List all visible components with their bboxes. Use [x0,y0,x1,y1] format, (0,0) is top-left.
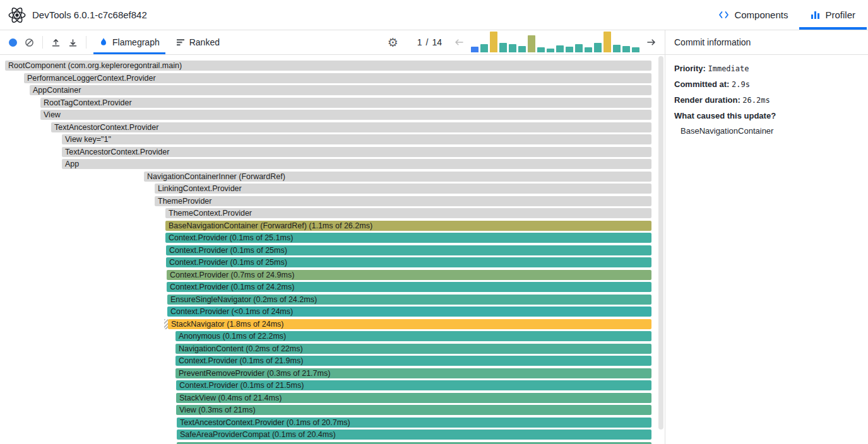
tab-ranked[interactable]: Ranked [168,30,228,54]
flame-bar[interactable]: Anonymous (0.1ms of 22.2ms) [175,331,651,341]
flame-bar[interactable]: View key="1" [62,134,651,144]
commit-bar[interactable] [575,44,583,52]
commit-bar[interactable] [528,35,535,52]
total-commit-count: 14 [432,37,442,47]
flame-bar[interactable]: RootTagContext.Provider [40,98,651,108]
toolbar-divider [42,36,43,49]
flame-bar[interactable]: TextAncestorContext.Provider [51,122,651,132]
field-value: 2.9s [732,80,750,89]
code-brackets-icon [718,11,729,19]
arrow-right-icon [646,37,657,47]
field-label: Committed at: [674,79,732,89]
flame-bar[interactable]: StackView (0.4ms of 21.4ms) [176,393,651,403]
flame-bar[interactable]: Context.Provider (0.1ms of 21.5ms) [176,380,651,390]
commit-bar[interactable] [537,47,545,52]
commit-bar[interactable] [603,32,611,52]
load-profile-button[interactable] [47,35,64,50]
app-title: DevTools 6.0.1-c7c68ef842 [32,9,147,20]
bar-chart-icon [811,11,820,20]
flame-bar[interactable]: View (0.3ms of 21ms) [176,405,651,415]
arrow-down-tray-icon [68,38,78,47]
update-cause-question: What caused this update? [674,111,859,120]
flame-bar[interactable]: Context.Provider (0.1ms of 21.9ms) [175,356,651,366]
commit-bar[interactable] [480,44,488,52]
flame-bar[interactable]: View [40,110,651,120]
commit-bar[interactable] [547,49,554,52]
commit-bar[interactable] [632,47,639,52]
commit-pagination: 1 / 14 [417,37,442,47]
flame-bar[interactable]: StackNavigator (1.8ms of 24ms) [168,319,651,329]
profiler-toolbar: Flamegraph Ranked ⚙ 1 [0,30,665,55]
flame-bar[interactable]: ThemeContext.Provider [165,208,651,218]
brand: DevTools 6.0.1-c7c68ef842 [0,6,147,25]
commit-bar[interactable] [499,43,507,52]
tab-flamegraph[interactable]: Flamegraph [91,30,168,54]
flame-bar[interactable]: TextAncestorContext.Provider [62,147,651,157]
circle-slash-icon [25,38,34,47]
commit-bar[interactable] [518,46,526,52]
app-header: DevTools 6.0.1-c7c68ef842 Components [0,0,868,30]
flame-bar[interactable]: BaseNavigationContainer (ForwardRef) (1.… [165,221,651,231]
commit-info-field: Priority: Immediate [674,64,859,74]
flame-bar[interactable] [177,442,651,444]
flame-bar[interactable]: PreventRemoveProvider (0.3ms of 21.7ms) [175,368,651,378]
commit-bar[interactable] [622,46,630,52]
commit-bar[interactable] [594,43,602,52]
flame-bar[interactable]: Context.Provider (0.1ms of 25ms) [166,257,651,267]
commit-info-body: Priority: ImmediateCommitted at: 2.9sRen… [665,55,868,136]
flame-bar[interactable]: Context.Provider (0.1ms of 24.2ms) [167,282,651,292]
commit-bar[interactable] [556,45,564,52]
flame-bar[interactable]: Context.Provider (<0.1ms of 24ms) [167,307,651,317]
header-tabs: Components Profiler [707,0,867,30]
profiler-pane: Flamegraph Ranked ⚙ 1 [0,30,665,444]
flame-bar[interactable]: NavigationContainerInner (ForwardRef) [144,172,651,182]
next-commit-button[interactable] [642,34,661,50]
commit-selector-chart[interactable] [471,32,639,54]
clear-profiling-button[interactable] [21,35,38,50]
save-profile-button[interactable] [64,35,81,50]
tab-components[interactable]: Components [707,0,799,30]
react-devtools-window: DevTools 6.0.1-c7c68ef842 Components [0,0,868,444]
flame-bar[interactable]: AppContainer [30,85,651,95]
gear-icon: ⚙ [388,37,398,49]
commit-bar[interactable] [490,32,497,52]
flame-bar[interactable]: SafeAreaProviderCompat (0.1ms of 20.4ms) [177,429,651,440]
flame-bar[interactable]: RootComponent (com.org.kepleroregontrail… [5,61,651,71]
flame-bar[interactable]: App [62,159,651,169]
toolbar-divider [86,36,86,49]
commit-bar[interactable] [471,47,479,52]
commit-info-panel: Commit information Priority: ImmediateCo… [665,30,868,444]
record-button[interactable] [5,35,21,50]
flame-icon [99,37,108,47]
arrow-up-tray-icon [51,38,61,47]
flame-bar[interactable]: Context.Provider (0.1ms of 25ms) [166,245,651,255]
commit-bar[interactable] [566,47,573,52]
cause-component-link[interactable]: BaseNavigationContainer [681,126,859,136]
flamegraph-scrollbar[interactable] [658,56,663,429]
main-area: Flamegraph Ranked ⚙ 1 [0,30,868,444]
flamegraph-panel: RootComponent (com.org.kepleroregontrail… [0,55,665,444]
arrow-left-icon [453,37,465,47]
flame-bar[interactable]: LinkingContext.Provider [155,184,651,194]
settings-button[interactable]: ⚙ [384,33,402,52]
flame-bar[interactable]: NavigationContent (0.2ms of 22ms) [175,344,651,354]
flame-bar[interactable]: PerformanceLoggerContext.Provider [24,73,651,83]
bars-descending-icon [176,38,185,47]
current-commit-number: 1 [417,37,422,47]
flame-bar[interactable]: Context.Provider (0.7ms of 24.9ms) [167,270,651,280]
flame-bar[interactable]: EnsureSingleNavigator (0.2ms of 24.2ms) [167,295,651,305]
flamegraph-rows: RootComponent (com.org.kepleroregontrail… [0,61,665,444]
tab-components-label: Components [734,9,788,20]
field-label: Priority: [674,64,708,73]
flame-bar[interactable]: ThemeProvider [155,196,651,206]
commit-bar[interactable] [585,47,592,52]
tab-flamegraph-label: Flamegraph [112,37,160,47]
commit-bar[interactable] [509,44,516,52]
commit-bar[interactable] [613,45,621,52]
flame-bar[interactable]: TextAncestorContext.Provider (0.1ms of 2… [177,418,651,428]
tab-profiler[interactable]: Profiler [799,0,867,30]
commit-info-fields: Priority: ImmediateCommitted at: 2.9sRen… [674,64,859,105]
prev-commit-button[interactable] [449,34,468,50]
flame-bar[interactable]: Context.Provider (0.1ms of 25.1ms) [165,233,651,243]
commit-info-title: Commit information [665,30,868,55]
